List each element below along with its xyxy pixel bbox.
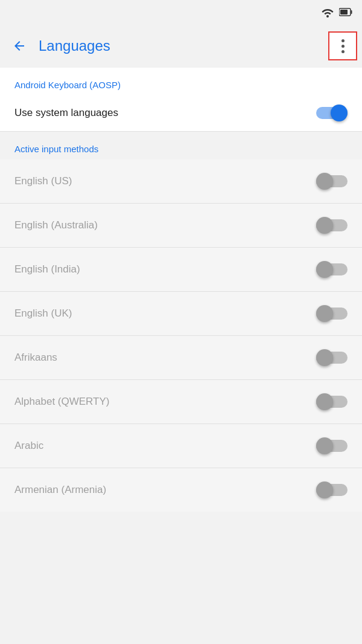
input-method-row: Armenian (Armenia) — [0, 468, 362, 512]
input-method-toggle-5[interactable] — [316, 393, 348, 410]
input-method-row: English (US) — [0, 159, 362, 203]
input-method-label: Arabic — [14, 440, 316, 452]
toggle-thumb — [331, 105, 348, 121]
more-options-icon — [341, 39, 345, 53]
toggle-thumb — [316, 481, 333, 498]
input-method-toggle-6[interactable] — [316, 437, 348, 454]
active-input-methods-section-header: Active input methods — [0, 132, 362, 159]
input-method-label: Afrikaans — [14, 352, 316, 364]
input-method-label: English (India) — [14, 263, 316, 275]
system-languages-toggle[interactable] — [316, 105, 348, 121]
toggle-thumb — [316, 393, 333, 410]
input-method-row: English (Australia) — [0, 204, 362, 247]
status-bar — [0, 0, 362, 24]
wifi-icon — [321, 7, 334, 18]
more-options-button[interactable] — [328, 31, 357, 60]
active-input-methods-label: Active input methods — [14, 144, 98, 154]
input-method-label: English (US) — [14, 175, 316, 187]
svg-rect-3 — [340, 10, 348, 14]
toggle-thumb — [316, 173, 333, 190]
content-area: Android Keyboard (AOSP) Use system langu… — [0, 68, 362, 131]
input-method-label: Alphabet (QWERTY) — [14, 396, 316, 408]
input-method-row: English (UK) — [0, 292, 362, 335]
system-languages-row: Use system languages — [0, 95, 362, 131]
input-method-toggle-3[interactable] — [316, 305, 348, 322]
toggle-thumb — [316, 349, 333, 366]
input-method-row: Arabic — [0, 424, 362, 468]
svg-rect-2 — [351, 10, 352, 14]
input-method-row: English (India) — [0, 248, 362, 291]
input-method-label: Armenian (Armenia) — [14, 484, 316, 496]
input-methods-list: English (US)English (Australia)English (… — [0, 159, 362, 512]
svg-point-0 — [326, 15, 329, 18]
input-method-toggle-1[interactable] — [316, 217, 348, 234]
app-bar: Languages — [0, 24, 362, 68]
input-method-label: English (Australia) — [14, 219, 316, 231]
input-method-label: English (UK) — [14, 308, 316, 320]
back-button[interactable] — [5, 31, 34, 60]
toggle-thumb — [316, 217, 333, 234]
battery-icon — [339, 8, 352, 16]
input-method-toggle-7[interactable] — [316, 481, 348, 498]
input-method-toggle-2[interactable] — [316, 261, 348, 278]
input-method-toggle-4[interactable] — [316, 349, 348, 366]
input-method-toggle-0[interactable] — [316, 173, 348, 190]
input-method-row: Afrikaans — [0, 336, 362, 379]
toggle-thumb — [316, 261, 333, 278]
toggle-thumb — [316, 437, 333, 454]
input-method-row: Alphabet (QWERTY) — [0, 380, 362, 423]
keyboard-section-header: Android Keyboard (AOSP) — [0, 68, 362, 95]
system-languages-label: Use system languages — [14, 107, 316, 119]
toggle-thumb — [316, 305, 333, 322]
page-title: Languages — [34, 37, 328, 54]
